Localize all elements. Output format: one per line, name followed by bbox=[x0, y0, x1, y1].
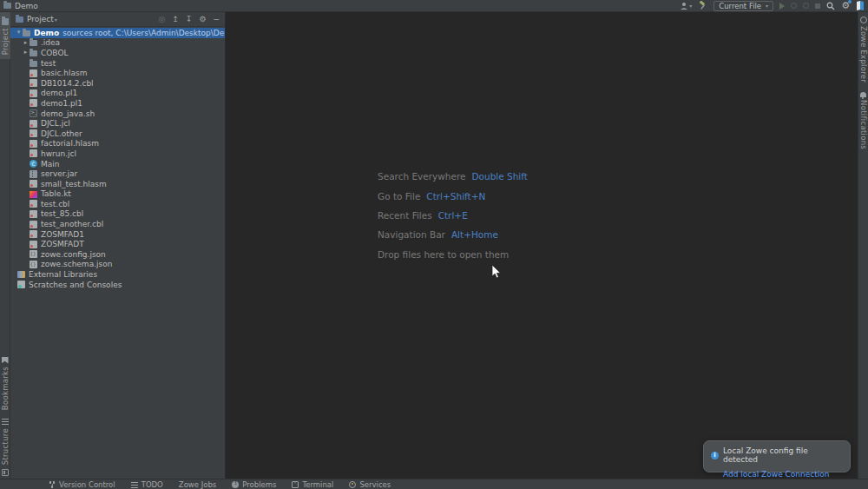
tool-tab-structure[interactable]: Structure bbox=[1, 414, 10, 469]
tree-row[interactable]: basic.hlasm bbox=[10, 68, 225, 78]
file-type-icon bbox=[30, 129, 37, 137]
tree-item-label: small_test.hlasm bbox=[41, 180, 107, 188]
status-item-icon bbox=[232, 481, 239, 488]
tree-row[interactable]: test_another.cbl bbox=[10, 219, 225, 229]
file-type-icon bbox=[30, 261, 37, 268]
tree-item-label: test bbox=[41, 59, 56, 68]
coverage-button[interactable] bbox=[803, 1, 809, 11]
tree-row[interactable]: test_85.cbl bbox=[10, 209, 225, 220]
status-bar-item[interactable]: TODO bbox=[131, 480, 163, 489]
add-zowe-connection-link[interactable]: Add local Zowe Connection bbox=[723, 470, 829, 479]
tool-tab-bookmarks[interactable]: Bookmarks bbox=[1, 353, 10, 414]
shortcut-keys: Ctrl+E bbox=[438, 210, 468, 221]
user-account-icon[interactable]: ▾ bbox=[680, 1, 692, 11]
tool-tab-project[interactable]: Project bbox=[0, 12, 10, 59]
file-type-icon bbox=[30, 210, 37, 218]
tool-tab-notifications[interactable]: Notifications bbox=[859, 87, 868, 154]
shortcut-hint: Go to File Ctrl+Shift+N bbox=[378, 186, 528, 205]
status-item-label: Problems bbox=[242, 480, 276, 489]
chevron-down-icon[interactable]: ▾ bbox=[55, 17, 57, 23]
panel-settings-gear-icon[interactable]: ⚙ bbox=[199, 15, 206, 23]
tree-item-detail: sources root, C:\Users\Admin\Desktop\Dem… bbox=[62, 29, 225, 37]
tree-row[interactable]: demo.pl1 bbox=[10, 89, 225, 99]
status-bar-item[interactable]: Version Control bbox=[49, 480, 115, 489]
tree-item-label: demo.pl1 bbox=[41, 89, 77, 97]
tree-item-label: DJCL.other bbox=[41, 129, 82, 138]
file-type-icon bbox=[30, 200, 37, 208]
run-configuration-select[interactable]: Current File ▾ bbox=[713, 1, 773, 11]
tree-row[interactable]: server.jar bbox=[10, 169, 225, 179]
tree-row[interactable]: test bbox=[10, 58, 225, 69]
status-bar-item[interactable]: Zowe Jobs bbox=[179, 480, 216, 489]
tree-row[interactable]: Demo sources root, C:\Users\Admin\Deskto… bbox=[10, 28, 225, 38]
tree-row[interactable]: zowe.schema.json bbox=[10, 260, 225, 270]
locate-file-icon[interactable]: ◎ bbox=[158, 15, 165, 23]
status-bar-item[interactable]: Problems bbox=[232, 480, 276, 489]
search-everywhere-icon[interactable] bbox=[826, 1, 835, 11]
tree-row[interactable]: .idea bbox=[10, 38, 225, 49]
shortcut-hint: Navigation Bar Alt+Home bbox=[378, 225, 528, 244]
window-title: Demo bbox=[15, 2, 38, 10]
tool-window-switcher-icon[interactable] bbox=[2, 469, 9, 476]
shortcut-label: Search Everywhere bbox=[378, 171, 466, 182]
tree-item-label: ZOSMFADT bbox=[41, 240, 84, 248]
tree-row[interactable]: hwrun.jcl bbox=[10, 149, 225, 159]
shortcut-keys: Double Shift bbox=[472, 171, 528, 182]
tree-row[interactable]: Table.kt bbox=[10, 189, 225, 200]
shortcut-label: Navigation Bar bbox=[378, 229, 445, 240]
status-item-icon bbox=[131, 482, 138, 488]
empty-editor-shortcuts: Search Everywhere Double Shift Go to Fil… bbox=[378, 167, 528, 264]
tree-item-label: test_85.cbl bbox=[41, 209, 83, 218]
tree-row[interactable]: ZOSMFAD1 bbox=[10, 229, 225, 240]
title-bar: Demo ▾ Current File ▾ ⚙ bbox=[0, 0, 868, 12]
status-item-label: Zowe Jobs bbox=[179, 480, 216, 489]
tree-chevron-icon[interactable] bbox=[22, 39, 30, 47]
file-type-icon bbox=[30, 61, 37, 67]
tree-item-label: External Libraries bbox=[29, 270, 97, 279]
tree-row[interactable]: COBOL bbox=[10, 48, 225, 58]
file-type-icon bbox=[30, 191, 37, 198]
stop-button[interactable] bbox=[815, 1, 820, 11]
debug-button[interactable] bbox=[791, 1, 797, 11]
project-tree: Demo sources root, C:\Users\Admin\Deskto… bbox=[10, 27, 225, 479]
tree-row[interactable]: DB1014.2.cbl bbox=[10, 78, 225, 89]
file-type-icon bbox=[30, 140, 37, 148]
file-type-icon bbox=[30, 89, 37, 97]
zowe-notification-toast[interactable]: i Local Zowe config file detected Add lo… bbox=[703, 440, 851, 472]
expand-all-icon[interactable]: ↥ bbox=[172, 15, 179, 23]
tree-item-label: Main bbox=[41, 160, 60, 169]
build-hammer-icon[interactable] bbox=[698, 1, 707, 11]
collapse-all-icon[interactable]: ↧ bbox=[186, 15, 193, 23]
status-item-label: TODO bbox=[141, 480, 163, 489]
tree-row[interactable]: test.cbl bbox=[10, 199, 225, 209]
tool-tab-zowe-explorer[interactable]: Zowe Explorer bbox=[859, 12, 868, 87]
status-bar-item[interactable]: Terminal bbox=[292, 480, 333, 489]
tree-item-label: basic.hlasm bbox=[41, 69, 87, 77]
run-button[interactable] bbox=[779, 1, 785, 11]
tree-row[interactable]: DJCL.jcl bbox=[10, 118, 225, 129]
status-bar-item[interactable]: Services bbox=[349, 480, 391, 489]
project-icon bbox=[16, 17, 23, 23]
project-tool-window: Project ▾ ◎ ↥ ↧ ⚙ − Demo sources root, C… bbox=[10, 12, 226, 479]
tree-row[interactable]: demo_java.sh bbox=[10, 109, 225, 119]
editor-area: Search Everywhere Double Shift Go to Fil… bbox=[226, 12, 858, 479]
tree-row[interactable]: External Libraries bbox=[10, 269, 225, 280]
tree-row[interactable]: factorial.hlasm bbox=[10, 139, 225, 149]
tree-row[interactable]: Scratches and Consoles bbox=[10, 280, 225, 290]
hide-panel-icon[interactable]: − bbox=[213, 15, 220, 23]
tree-chevron-icon[interactable] bbox=[15, 29, 23, 36]
tree-row[interactable]: Main bbox=[10, 159, 225, 169]
tree-row[interactable]: DJCL.other bbox=[10, 129, 225, 139]
file-type-icon bbox=[30, 230, 37, 238]
ide-flag-icon[interactable] bbox=[856, 1, 865, 11]
settings-gear-icon[interactable]: ⚙ bbox=[841, 1, 850, 11]
tree-item-label: demo_java.sh bbox=[41, 109, 95, 118]
file-type-icon bbox=[30, 120, 37, 128]
tree-row[interactable]: zowe.config.json bbox=[10, 249, 225, 260]
tree-item-label: demo1.pl1 bbox=[41, 99, 82, 108]
tree-row[interactable]: small_test.hlasm bbox=[10, 179, 225, 189]
project-view-select[interactable]: Project bbox=[27, 15, 54, 23]
tree-row[interactable]: demo1.pl1 bbox=[10, 98, 225, 109]
tree-row[interactable]: ZOSMFADT bbox=[10, 239, 225, 249]
tree-chevron-icon[interactable] bbox=[22, 49, 30, 56]
